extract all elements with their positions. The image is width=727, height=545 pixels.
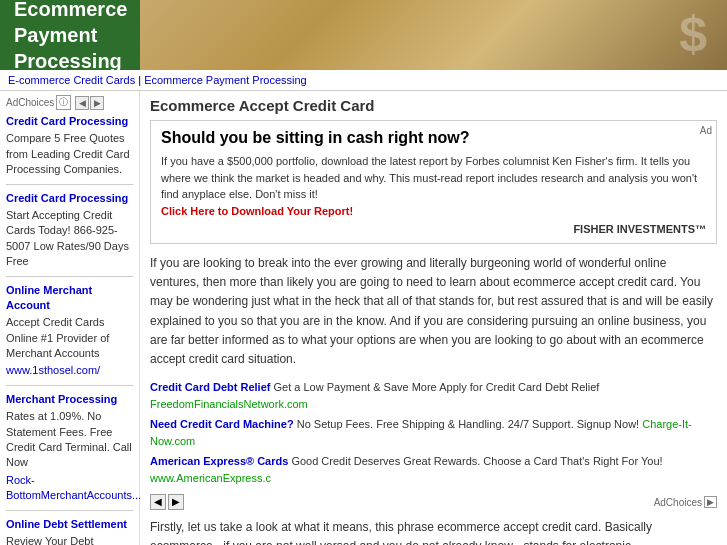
ad-prev-arrow[interactable]: ◀ <box>150 494 166 510</box>
inline-ad-title-1[interactable]: Credit Card Debt Relief <box>150 381 270 393</box>
site-title: Ecommerce Payment Processing <box>14 0 127 74</box>
sidebar-section-title-4[interactable]: Merchant Processing <box>6 392 133 407</box>
sidebar-nav-arrows: ◀ ▶ <box>75 96 104 110</box>
inline-ad-url-3[interactable]: www.AmericanExpress.c <box>150 472 271 484</box>
inline-ad-2: Need Credit Card Machine? No Setup Fees.… <box>150 416 717 449</box>
page-layout: AdChoices ⓘ ◀ ▶ Credit Card Processing C… <box>0 91 727 545</box>
ad-bottom-bar: ◀ ▶ AdChoices ▶ <box>150 494 717 510</box>
adchoices-right-icon[interactable]: ▶ <box>704 496 717 508</box>
banner-image <box>140 0 727 70</box>
sidebar-divider-2 <box>6 276 133 277</box>
sidebar-section-title-3[interactable]: Online Merchant Account <box>6 283 133 314</box>
ad-cta-link[interactable]: Click Here to Download Your Report! <box>161 205 353 217</box>
inline-ad-3: American Express® Cards Good Credit Dese… <box>150 453 717 486</box>
sidebar-section-text-5: Review Your Debt Settlement Options <box>6 534 133 545</box>
sidebar-section-title-5[interactable]: Online Debt Settlement <box>6 517 133 532</box>
inline-ad-1: Credit Card Debt Relief Get a Low Paymen… <box>150 379 717 412</box>
page-title: Ecommerce Accept Credit Card <box>150 97 717 114</box>
sidebar-divider-3 <box>6 385 133 386</box>
ad-brand: FISHER INVESTMENTS™ <box>161 223 706 235</box>
main-content: Ecommerce Accept Credit Card Ad Should y… <box>140 91 727 545</box>
inline-ad-desc-3: Good Credit Deserves Great Rewards. Choo… <box>291 455 662 467</box>
ad-nav-arrows: ◀ ▶ <box>150 494 184 510</box>
breadcrumb-link-1[interactable]: E-commerce Credit Cards <box>8 74 135 86</box>
inline-ad-desc-2: No Setup Fees. Free Shipping & Handling.… <box>297 418 643 430</box>
sidebar-link-4[interactable]: Rock-BottomMerchantAccounts... <box>6 473 133 504</box>
ad-banner: Ad Should you be sitting in cash right n… <box>150 120 717 244</box>
inline-ad-desc-1: Get a Low Payment & Save More Apply for … <box>273 381 599 393</box>
sidebar-section-text-1: Compare 5 Free Quotes from Leading Credi… <box>6 131 133 177</box>
breadcrumb-link-2[interactable]: Ecommerce Payment Processing <box>144 74 307 86</box>
inline-ads: Credit Card Debt Relief Get a Low Paymen… <box>150 379 717 486</box>
sidebar-prev-arrow[interactable]: ◀ <box>75 96 89 110</box>
sidebar-section-title-1[interactable]: Credit Card Processing <box>6 114 133 129</box>
body-paragraph-2: Firstly, let us take a look at what it m… <box>150 518 717 545</box>
sidebar-section-text-2: Start Accepting Credit Cards Today! 866-… <box>6 208 133 270</box>
inline-ad-url-1[interactable]: FreedomFinancialsNetwork.com <box>150 398 308 410</box>
sidebar-link-3[interactable]: www.1sthosel.com/ <box>6 363 133 378</box>
sidebar-section-text-4: Rates at 1.09%. No Statement Fees. Free … <box>6 409 133 471</box>
adchoices-right: AdChoices ▶ <box>654 496 717 508</box>
ad-headline: Should you be sitting in cash right now? <box>161 129 706 147</box>
sidebar-divider-4 <box>6 510 133 511</box>
body-paragraph-1: If you are looking to break into the eve… <box>150 254 717 369</box>
site-header: Ecommerce Payment Processing <box>0 0 140 70</box>
sidebar-adchoices: AdChoices ⓘ ◀ ▶ <box>6 95 133 110</box>
sidebar-section-title-2[interactable]: Credit Card Processing <box>6 191 133 206</box>
ad-next-arrow[interactable]: ▶ <box>168 494 184 510</box>
sidebar-section-text-3: Accept Credit Cards Online #1 Provider o… <box>6 315 133 361</box>
adchoices-icon[interactable]: ⓘ <box>56 95 71 110</box>
sidebar-next-arrow[interactable]: ▶ <box>90 96 104 110</box>
sidebar-divider-1 <box>6 184 133 185</box>
inline-ad-title-3[interactable]: American Express® Cards <box>150 455 288 467</box>
inline-ad-title-2[interactable]: Need Credit Card Machine? <box>150 418 294 430</box>
top-banner: Ecommerce Payment Processing <box>0 0 727 70</box>
breadcrumb: E-commerce Credit Cards | Ecommerce Paym… <box>0 70 727 91</box>
ad-label: Ad <box>700 125 712 136</box>
sidebar: AdChoices ⓘ ◀ ▶ Credit Card Processing C… <box>0 91 140 545</box>
ad-body: If you have a $500,000 portfolio, downlo… <box>161 153 706 219</box>
